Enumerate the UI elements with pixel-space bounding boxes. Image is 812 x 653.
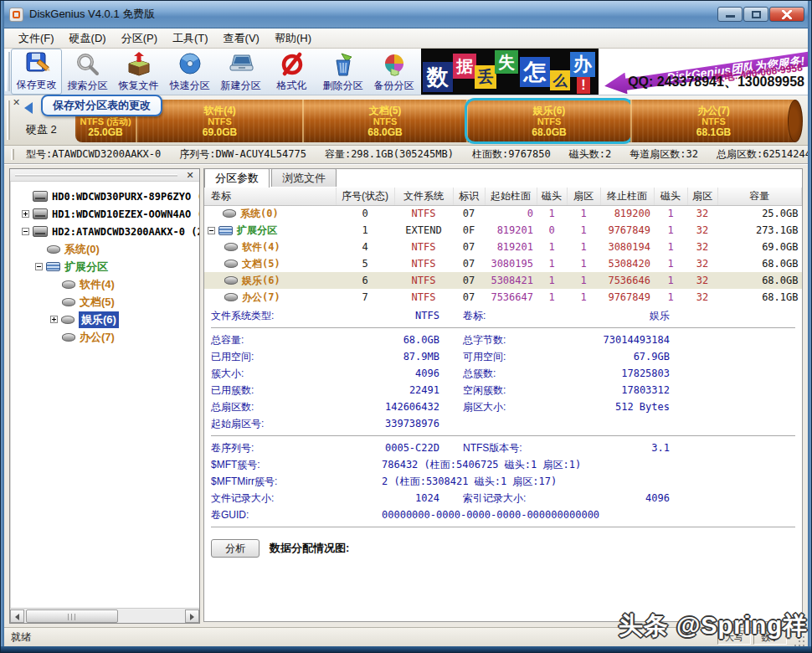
delete-partition-button[interactable]: 删除分区 [317, 49, 368, 95]
title-bar: DiskGenius V4.0.1 免费版 [1, 1, 812, 28]
col-header-filesystem[interactable]: 文件系统 [394, 188, 453, 205]
table-row-office[interactable]: 办公(7) 7 NTFS 07 7536647 1 1 9767849 1 32… [204, 289, 802, 306]
format-icon [279, 52, 306, 77]
save-changes-button[interactable]: 保存更改 [11, 49, 62, 95]
menu-bar: 文件(F) 硬盘(D) 分区(P) 工具(T) 查看(V) 帮助(H) [4, 28, 808, 49]
ad-tile: 据 [453, 54, 476, 79]
toolbar-button-label: 保存更改 [17, 78, 57, 92]
scrollbar-thumb[interactable] [26, 609, 118, 623]
col-header-id[interactable]: 标识 [453, 188, 485, 205]
table-row-software[interactable]: 软件(4) 4 NTFS 07 819201 1 1 3080194 1 32 … [204, 239, 802, 255]
menu-partition[interactable]: 分区(P) [114, 28, 165, 49]
extended-partition-icon [218, 226, 233, 235]
col-header-capacity[interactable]: 容量 [717, 188, 802, 205]
close-icon [782, 10, 792, 19]
disk-info-model: 型号:ATAWDCWD3200AAKX-0 [26, 147, 161, 162]
partition-icon [61, 316, 75, 324]
table-row-documents[interactable]: 文档(5) 5 NTFS 07 3080195 1 1 5308420 1 32… [204, 255, 802, 272]
partition-segment-documents[interactable]: 文档(5) NTFS 68.0GB [302, 100, 466, 142]
detail-row: 起始扇区号:339738976 [204, 415, 802, 432]
quick-partition-icon [177, 52, 203, 77]
ad-tile: 么 [550, 70, 570, 90]
detail-row: $MFT簇号:786432 (柱面:5406725 磁头:1 扇区:1) [204, 456, 802, 473]
tree-item-hd1[interactable]: HD1:WDCWD10EZEX-OOWN4AO (9 [10, 205, 199, 223]
scroll-right-arrow[interactable] [185, 609, 199, 623]
expander-minus-icon[interactable] [22, 228, 29, 235]
close-button[interactable] [769, 7, 804, 22]
backup-partition-button[interactable]: 备份分区 [368, 49, 419, 95]
splitter-handle[interactable] [15, 174, 177, 177]
format-button[interactable]: 格式化 [266, 49, 317, 95]
new-partition-button[interactable]: 新建分区 [215, 49, 266, 95]
ad-banner[interactable]: 数 据 丢 失 怎 么 办 ! DiskGenius团队为您服务! 致电: 40… [421, 49, 808, 95]
col-header-end-cylinder[interactable]: 终止柱面 [600, 188, 654, 205]
collapse-arrow-icon[interactable] [24, 102, 33, 114]
tree-horizontal-scrollbar[interactable] [10, 608, 199, 623]
partition-fs: NTFS [702, 116, 726, 126]
expander-plus-icon[interactable] [50, 316, 58, 323]
tab-partition-parameters[interactable]: 分区参数 [204, 168, 270, 188]
table-row-extended[interactable]: 扩展分区 1 EXTEND 0F 819201 0 1 9767849 1 32… [204, 222, 802, 239]
table-row-system[interactable]: 系统(0) 0 NTFS 07 0 1 1 819200 1 32 25.0GB [204, 205, 802, 222]
recover-files-button[interactable]: 恢复文件 [113, 49, 164, 95]
tab-browse-files[interactable]: 浏览文件 [271, 168, 337, 187]
expander-minus-icon[interactable] [208, 227, 215, 234]
col-header-volume[interactable]: 卷标 [204, 188, 336, 205]
tree-item-label: HD1:WDCWD10EZEX-OOWN4AO (9 [52, 208, 199, 220]
tree-item-label: 办公(7) [80, 330, 115, 345]
detail-row: 已用簇数:22491 空闲簇数:17803312 [204, 382, 802, 398]
menu-disk[interactable]: 硬盘(D) [62, 28, 114, 49]
tree-close-icon[interactable]: ✕ [184, 170, 196, 181]
col-header-head[interactable]: 磁头 [537, 188, 567, 205]
menu-file[interactable]: 文件(F) [11, 28, 62, 49]
analyze-button[interactable]: 分析 [211, 539, 260, 558]
tree-item-entertainment[interactable]: 娱乐(6) [10, 311, 199, 328]
partition-fs: NTFS (活动) [80, 116, 131, 126]
detail-row: $MFTMirr簇号:2 (柱面:5308421 磁头:1 扇区:17) [204, 473, 802, 490]
table-row-entertainment-selected[interactable]: 娱乐(6) 6 NTFS 07 5308421 1 1 7536646 1 32… [204, 272, 802, 289]
new-partition-icon [228, 52, 254, 77]
toolbar-button-label: 备份分区 [374, 79, 414, 93]
tree-item-extended[interactable]: 扩展分区 [10, 258, 199, 275]
save-icon [23, 51, 50, 76]
partition-segment-entertainment[interactable]: 娱乐(6) NTFS 68.0GB [466, 100, 630, 142]
scrollbar-track[interactable] [24, 609, 185, 623]
menu-help[interactable]: 帮助(H) [267, 28, 319, 49]
col-header-sector2[interactable]: 扇区 [687, 188, 717, 205]
expander-minus-icon[interactable] [35, 263, 43, 270]
tree-item-office[interactable]: 办公(7) [10, 328, 199, 346]
window-frame-right [808, 1, 811, 652]
partition-icon [224, 293, 238, 301]
minimize-button[interactable] [717, 7, 743, 22]
col-header-sector[interactable]: 扇区 [567, 188, 600, 205]
expander-plus-icon[interactable] [22, 210, 29, 218]
expander-icon [22, 193, 29, 200]
toolbar-button-label: 格式化 [277, 79, 307, 93]
window-frame-left [1, 1, 4, 652]
search-partition-button[interactable]: 搜索分区 [62, 49, 113, 95]
tree-item-hd2[interactable]: HD2:ATAWDCWD3200AAKX-0 (29 [10, 223, 199, 240]
quick-partition-button[interactable]: 快速分区 [164, 49, 215, 95]
maximize-button[interactable] [743, 7, 768, 22]
menu-view[interactable]: 查看(V) [216, 28, 267, 49]
tree-item-label: 系统(0) [64, 242, 100, 257]
scroll-left-arrow[interactable] [10, 609, 24, 623]
tree-item-hd0[interactable]: HD0:WDCWD30PURX-89P6ZYO (2 [10, 188, 199, 205]
partition-table-area: 卷标 序号(状态) 文件系统 标识 起始柱面 磁头 扇区 终止柱面 磁头 扇区 … [204, 188, 802, 306]
app-icon [9, 8, 23, 22]
panel-close-icon[interactable]: ✕ [11, 98, 22, 109]
partition-icon [62, 298, 75, 306]
partition-segment-office[interactable]: 办公(7) NTFS 68.1GB [630, 100, 795, 142]
detail-row: 已用空间:87.9MB 可用空间:67.9GB [204, 348, 802, 365]
tree-item-system[interactable]: 系统(0) [10, 240, 199, 258]
toolbar-button-label: 恢复文件 [119, 79, 159, 93]
partition-bar: 系统(0) NTFS (活动) 25.0GB 软件(4) NTFS 69.0GB… [75, 100, 795, 142]
detail-row: 簇大小:4096 总簇数:17825803 [204, 365, 802, 382]
tree-item-documents[interactable]: 文档(5) [10, 293, 199, 311]
col-header-number[interactable]: 序号(状态) [336, 188, 394, 205]
tree-item-label: 娱乐(6) [79, 311, 119, 328]
tree-item-software[interactable]: 软件(4) [10, 275, 199, 293]
menu-tools[interactable]: 工具(T) [165, 28, 216, 49]
col-header-start-cylinder[interactable]: 起始柱面 [485, 188, 537, 205]
col-header-head2[interactable]: 磁头 [654, 188, 687, 205]
